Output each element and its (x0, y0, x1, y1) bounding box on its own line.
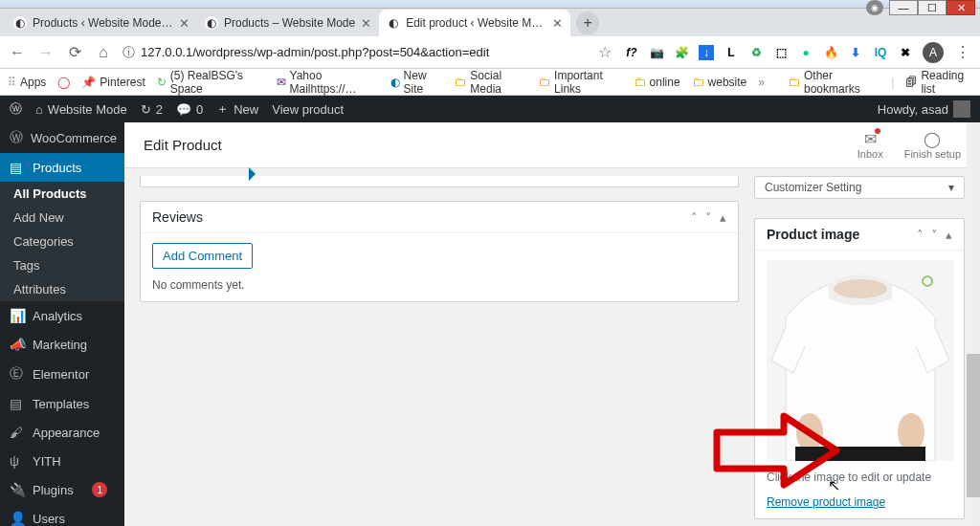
bookmark-folder[interactable]: 🗀Social Media (454, 69, 526, 96)
panel-down-icon[interactable]: ˅ (705, 210, 712, 225)
window-minimize[interactable]: — (889, 0, 918, 15)
ext-camera-icon[interactable]: 📷 (649, 45, 664, 60)
inbox-icon: ✉ (864, 130, 877, 148)
reload-button[interactable]: ⟳ (65, 43, 84, 61)
scrollbar-thumb[interactable] (967, 354, 980, 497)
submenu-categories[interactable]: Categories (0, 230, 124, 253)
bookmark-label: Other bookmarks (804, 69, 880, 96)
tab-close-icon[interactable]: ✕ (179, 16, 189, 31)
bookmark-label: (5) RealBSG's Space (170, 69, 265, 96)
bookmark-folder[interactable]: 🗀online (634, 75, 680, 89)
bookmark-overflow[interactable]: » (758, 76, 765, 89)
ext-icon[interactable]: ♻ (748, 45, 764, 60)
product-image-svg (767, 260, 954, 461)
bookmark-item[interactable]: 📌Pinterest (81, 76, 145, 89)
apps-button[interactable]: ⠿Apps (8, 76, 46, 89)
howdy-label: Howdy, asad (878, 102, 948, 117)
wp-logo[interactable]: ⓦ (10, 100, 22, 118)
elementor-icon: Ⓔ (10, 365, 25, 383)
browser-menu-icon[interactable]: ⋮ (953, 43, 972, 61)
submenu-all-products[interactable]: All Products (0, 182, 124, 206)
bookmark-folder[interactable]: 🗀website (692, 75, 747, 89)
comments-link[interactable]: 💬0 (176, 102, 203, 117)
panel-down-icon[interactable]: ˅ (931, 228, 938, 242)
ext-icon[interactable]: 🔥 (823, 45, 838, 60)
menu-elementor[interactable]: ⒺElementor (0, 359, 124, 389)
menu-label: Users (33, 512, 65, 526)
marketing-icon: 📣 (10, 337, 25, 352)
tab-close-icon[interactable]: ✕ (552, 16, 563, 31)
add-comment-button[interactable]: Add Comment (152, 243, 253, 269)
ext-icon[interactable]: ⬇ (848, 45, 863, 60)
bookmark-item[interactable]: ↻(5) RealBSG's Space (157, 69, 265, 96)
submenu-attributes[interactable]: Attributes (0, 277, 124, 301)
favicon-icon: ◐ (205, 16, 218, 30)
tab-close-icon[interactable]: ✕ (361, 16, 371, 31)
menu-products[interactable]: ▤Products (0, 153, 124, 182)
bookmark-star-icon[interactable]: ☆ (595, 43, 614, 61)
new-content[interactable]: ＋New (216, 100, 258, 118)
panel-toggle-icon[interactable]: ▴ (720, 210, 726, 225)
ext-icon[interactable]: f? (624, 45, 639, 60)
browser-tab[interactable]: ◐ Products – Website Mode ✕ (197, 10, 379, 36)
ext-icon[interactable]: ⬚ (773, 45, 789, 60)
browser-tab[interactable]: ◐ Products ‹ Website Mode — Wo… ✕ (6, 10, 197, 36)
updates-link[interactable]: ↻2 (141, 102, 163, 117)
bookmark-label: Pinterest (100, 76, 145, 89)
ext-icon[interactable]: L (724, 45, 739, 60)
bookmark-item[interactable]: ✉Yahoo Mailhttps://… (277, 69, 379, 96)
inbox-button[interactable]: ✉ Inbox (858, 130, 883, 160)
menu-users[interactable]: 👤Users (0, 504, 124, 526)
finish-setup-button[interactable]: ◯ Finish setup (904, 130, 961, 160)
address-bar[interactable]: ⓘ 127.0.0.1/wordpress/wp-admin/post.php?… (122, 44, 489, 61)
panel-toggle-icon[interactable]: ▴ (946, 228, 952, 242)
submenu-tags[interactable]: Tags (0, 253, 124, 277)
new-tab-button[interactable]: + (576, 11, 599, 34)
analytics-icon: 📊 (10, 308, 25, 323)
ext-icon[interactable]: IQ (873, 45, 888, 60)
menu-woocommerce[interactable]: ⓌWooCommerce (0, 122, 124, 153)
menu-marketing[interactable]: 📣Marketing (0, 330, 124, 359)
ext-icon[interactable]: ✖ (898, 45, 913, 60)
panel-up-icon[interactable]: ˄ (691, 210, 698, 225)
remove-product-image-link[interactable]: Remove product image (767, 495, 885, 509)
site-info-icon[interactable]: ⓘ (122, 44, 135, 61)
menu-plugins[interactable]: 🔌Plugins 1 (0, 475, 124, 504)
folder-icon: 🗀 (538, 75, 550, 89)
bookmark-item[interactable]: ◯ (57, 76, 70, 89)
back-button[interactable]: ← (8, 44, 27, 61)
howdy-user[interactable]: Howdy, asad (878, 100, 970, 118)
window-maximize[interactable]: ☐ (918, 0, 947, 15)
bookmark-folder[interactable]: 🗀Important Links (538, 69, 622, 96)
tab-label: Products ‹ Website Mode — Wo… (33, 16, 173, 30)
reading-list-icon: 🗐 (905, 76, 917, 89)
bookmark-item[interactable]: ◐New Site (390, 69, 443, 96)
home-button[interactable]: ⌂ (94, 44, 113, 61)
menu-pointer-icon (249, 167, 256, 181)
menu-label: Marketing (33, 338, 87, 352)
customizer-setting-dropdown[interactable]: Customizer Setting ▾ (754, 176, 965, 199)
panel-up-icon[interactable]: ˄ (917, 228, 924, 242)
finish-setup-icon: ◯ (924, 130, 941, 148)
submenu-add-new[interactable]: Add New (0, 206, 124, 230)
browser-tab-active[interactable]: ◐ Edit product ‹ Website Mode — … ✕ (379, 10, 570, 36)
ext-icon[interactable]: ↓ (699, 45, 714, 60)
site-name[interactable]: ⌂Website Mode (35, 102, 127, 117)
ext-icon[interactable]: 🧩 (674, 45, 689, 60)
profile-avatar[interactable]: A (923, 42, 944, 63)
ext-icon[interactable]: ● (798, 45, 813, 60)
menu-analytics[interactable]: 📊Analytics (0, 301, 124, 330)
menu-yith[interactable]: ψYITH (0, 447, 124, 475)
view-product[interactable]: View product (272, 102, 344, 117)
other-bookmarks[interactable]: 🗀Other bookmarks (788, 69, 880, 96)
menu-templates[interactable]: ▤Templates (0, 389, 124, 418)
forward-button[interactable]: → (36, 44, 56, 61)
menu-label: Appearance (33, 426, 100, 440)
folder-icon: 🗀 (692, 75, 704, 89)
reading-list[interactable]: 🗐Reading list (905, 69, 972, 96)
product-image-thumbnail[interactable] (767, 260, 954, 461)
menu-appearance[interactable]: 🖌Appearance (0, 418, 124, 447)
appearance-icon: 🖌 (10, 425, 25, 440)
comment-icon: 💬 (176, 102, 191, 117)
window-close[interactable]: ✕ (947, 0, 975, 15)
